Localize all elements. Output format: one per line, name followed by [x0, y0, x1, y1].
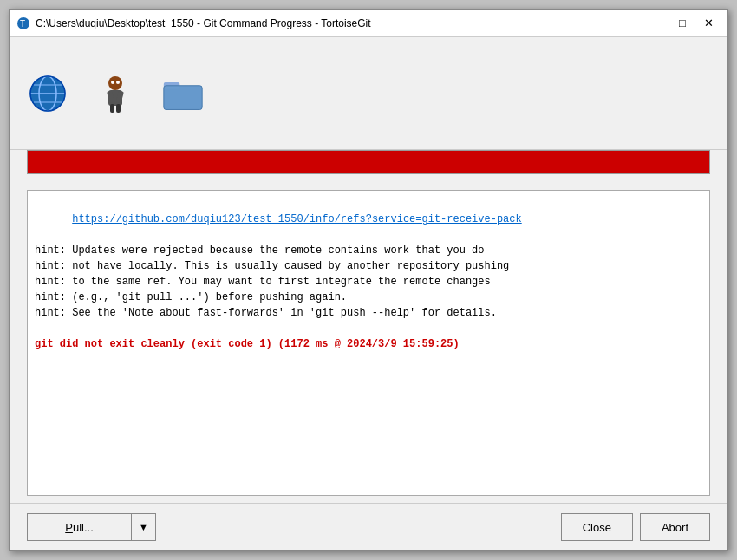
title-controls: − □ ✕ [644, 14, 721, 33]
pull-dropdown-button[interactable]: ▼ [131, 513, 156, 541]
ninja-icon [95, 73, 136, 114]
maximize-button[interactable]: □ [670, 14, 695, 33]
bottom-bar: Pull... ▼ Close Abort [10, 503, 727, 550]
svg-point-15 [116, 81, 120, 84]
dropdown-arrow: ▼ [139, 522, 148, 532]
title-bar: T C:\Users\duqiu\Desktop\test_1550 - Git… [10, 10, 727, 37]
output-line-1: hint: Updates were rejected because the … [35, 243, 702, 258]
globe-icon [27, 73, 68, 114]
output-area[interactable]: https://github.com/duqiu123/test_1550/in… [27, 190, 710, 496]
output-line-2: hint: not have locally. This is usually … [35, 258, 702, 274]
output-link-line: https://github.com/duqiu123/test_1550/in… [35, 196, 702, 243]
main-window: T C:\Users\duqiu\Desktop\test_1550 - Git… [9, 9, 728, 551]
svg-rect-13 [116, 104, 121, 113]
close-window-button[interactable]: ✕ [696, 14, 721, 33]
output-line-6 [35, 321, 702, 336]
app-icon: T [16, 16, 30, 30]
output-line-3: hint: to the same ref. You may want to f… [35, 274, 702, 290]
output-error-line: git did not exit cleanly (exit code 1) (… [35, 336, 702, 352]
abort-button[interactable]: Abort [640, 513, 710, 541]
output-link: https://github.com/duqiu123/test_1550/in… [72, 213, 521, 225]
svg-point-14 [111, 81, 114, 84]
svg-point-8 [108, 76, 122, 90]
svg-rect-18 [164, 85, 202, 109]
toolbar [10, 37, 727, 150]
progress-section [10, 150, 727, 186]
pull-label: Pull... [65, 521, 94, 534]
pull-button[interactable]: Pull... [27, 513, 131, 541]
output-line-5: hint: See the 'Note about fast-forwards'… [35, 305, 702, 321]
pull-group: Pull... ▼ [27, 513, 156, 541]
window-title: C:\Users\duqiu\Desktop\test_1550 - Git C… [36, 17, 371, 29]
minimize-button[interactable]: − [644, 14, 669, 33]
folder-icon [162, 73, 204, 114]
svg-text:T: T [20, 19, 25, 29]
output-line-4: hint: (e.g., 'git pull ...') before push… [35, 290, 702, 305]
close-button[interactable]: Close [561, 513, 633, 541]
title-bar-left: T C:\Users\duqiu\Desktop\test_1550 - Git… [16, 16, 371, 30]
svg-rect-12 [110, 104, 114, 113]
progress-bar [27, 150, 710, 174]
